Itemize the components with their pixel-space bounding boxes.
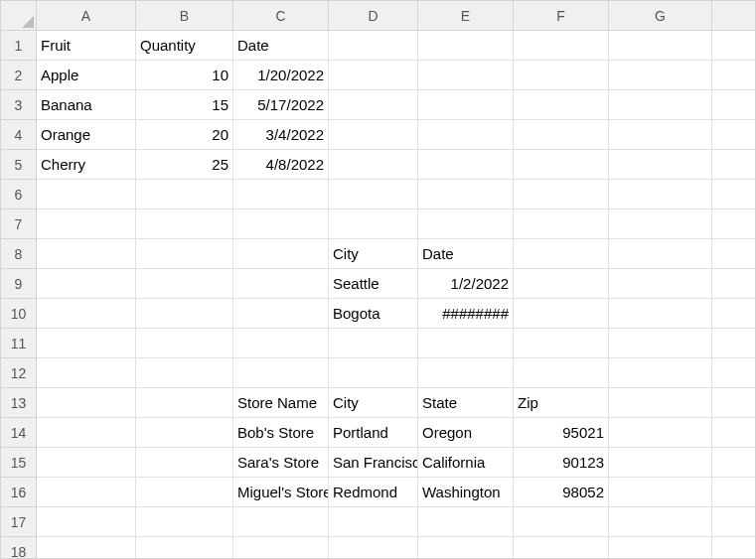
cell-B4[interactable]: 20 — [136, 120, 233, 150]
cell-F3[interactable] — [514, 90, 609, 120]
cell-H14[interactable] — [712, 418, 756, 448]
cell-E15[interactable]: California — [418, 448, 514, 478]
cell-G17[interactable] — [609, 507, 712, 537]
cell-A3[interactable]: Banana — [37, 90, 136, 120]
cell-E4[interactable] — [418, 120, 514, 150]
cell-B11[interactable] — [136, 329, 233, 358]
cell-A1[interactable]: Fruit — [37, 31, 136, 61]
cell-F10[interactable] — [514, 299, 609, 329]
row-header-1[interactable]: 1 — [1, 31, 37, 61]
cell-G6[interactable] — [609, 180, 712, 210]
cell-G3[interactable] — [609, 90, 712, 120]
row-header-18[interactable]: 18 — [1, 537, 37, 559]
cell-C10[interactable] — [233, 299, 329, 329]
cell-F13[interactable]: Zip — [514, 388, 609, 418]
cell-C4[interactable]: 3/4/2022 — [233, 120, 329, 150]
col-header-C[interactable]: C — [233, 1, 329, 31]
cell-C15[interactable]: Sara's Store — [233, 448, 329, 478]
cell-E14[interactable]: Oregon — [418, 418, 514, 448]
cell-G4[interactable] — [609, 120, 712, 150]
cell-D12[interactable] — [329, 358, 418, 388]
col-header-E[interactable]: E — [418, 1, 514, 31]
cell-G14[interactable] — [609, 418, 712, 448]
row-header-4[interactable]: 4 — [1, 120, 37, 150]
cell-D5[interactable] — [329, 150, 418, 180]
row-header-3[interactable]: 3 — [1, 90, 37, 120]
col-header-extra[interactable] — [712, 1, 756, 31]
cell-H2[interactable] — [712, 61, 756, 90]
col-header-B[interactable]: B — [136, 1, 233, 31]
row-header-5[interactable]: 5 — [1, 150, 37, 180]
cell-G16[interactable] — [609, 478, 712, 507]
col-header-G[interactable]: G — [609, 1, 712, 31]
cell-D1[interactable] — [329, 31, 418, 61]
cell-G2[interactable] — [609, 61, 712, 90]
cell-H18[interactable] — [712, 537, 756, 559]
cell-D6[interactable] — [329, 180, 418, 210]
cell-D3[interactable] — [329, 90, 418, 120]
cell-B1[interactable]: Quantity — [136, 31, 233, 61]
row-header-11[interactable]: 11 — [1, 329, 37, 358]
cell-F1[interactable] — [514, 31, 609, 61]
cell-B3[interactable]: 15 — [136, 90, 233, 120]
spreadsheet-grid[interactable]: A B C D E F G 1 Fruit Quantity Date 2 Ap… — [1, 1, 755, 559]
cell-C6[interactable] — [233, 180, 329, 210]
cell-A8[interactable] — [37, 239, 136, 269]
cell-C13[interactable]: Store Name — [233, 388, 329, 418]
cell-H17[interactable] — [712, 507, 756, 537]
cell-B9[interactable] — [136, 269, 233, 299]
cell-B14[interactable] — [136, 418, 233, 448]
cell-G12[interactable] — [609, 358, 712, 388]
row-header-7[interactable]: 7 — [1, 210, 37, 239]
col-header-A[interactable]: A — [37, 1, 136, 31]
cell-B13[interactable] — [136, 388, 233, 418]
cell-A16[interactable] — [37, 478, 136, 507]
cell-E18[interactable] — [418, 537, 514, 559]
cell-H7[interactable] — [712, 210, 756, 239]
cell-D15[interactable]: San Francisco — [329, 448, 418, 478]
cell-H13[interactable] — [712, 388, 756, 418]
cell-E1[interactable] — [418, 31, 514, 61]
cell-C9[interactable] — [233, 269, 329, 299]
cell-E17[interactable] — [418, 507, 514, 537]
cell-A18[interactable] — [37, 537, 136, 559]
cell-B15[interactable] — [136, 448, 233, 478]
cell-A12[interactable] — [37, 358, 136, 388]
cell-H9[interactable] — [712, 269, 756, 299]
cell-C16[interactable]: Miguel's Store — [233, 478, 329, 507]
cell-E11[interactable] — [418, 329, 514, 358]
cell-B17[interactable] — [136, 507, 233, 537]
cell-H11[interactable] — [712, 329, 756, 358]
cell-D10[interactable]: Bogota — [329, 299, 418, 329]
cell-C11[interactable] — [233, 329, 329, 358]
cell-G8[interactable] — [609, 239, 712, 269]
row-header-16[interactable]: 16 — [1, 478, 37, 507]
row-header-13[interactable]: 13 — [1, 388, 37, 418]
cell-F14[interactable]: 95021 — [514, 418, 609, 448]
cell-D7[interactable] — [329, 210, 418, 239]
cell-A7[interactable] — [37, 210, 136, 239]
cell-F16[interactable]: 98052 — [514, 478, 609, 507]
cell-G18[interactable] — [609, 537, 712, 559]
cell-E2[interactable] — [418, 61, 514, 90]
cell-E10[interactable]: ######## — [418, 299, 514, 329]
cell-A13[interactable] — [37, 388, 136, 418]
cell-F11[interactable] — [514, 329, 609, 358]
cell-B5[interactable]: 25 — [136, 150, 233, 180]
cell-F6[interactable] — [514, 180, 609, 210]
cell-F9[interactable] — [514, 269, 609, 299]
cell-C14[interactable]: Bob's Store — [233, 418, 329, 448]
cell-D8[interactable]: City — [329, 239, 418, 269]
cell-D18[interactable] — [329, 537, 418, 559]
cell-C1[interactable]: Date — [233, 31, 329, 61]
cell-G1[interactable] — [609, 31, 712, 61]
cell-B10[interactable] — [136, 299, 233, 329]
cell-B7[interactable] — [136, 210, 233, 239]
cell-A15[interactable] — [37, 448, 136, 478]
cell-A11[interactable] — [37, 329, 136, 358]
cell-C3[interactable]: 5/17/2022 — [233, 90, 329, 120]
cell-E16[interactable]: Washington — [418, 478, 514, 507]
row-header-12[interactable]: 12 — [1, 358, 37, 388]
cell-F5[interactable] — [514, 150, 609, 180]
cell-G15[interactable] — [609, 448, 712, 478]
